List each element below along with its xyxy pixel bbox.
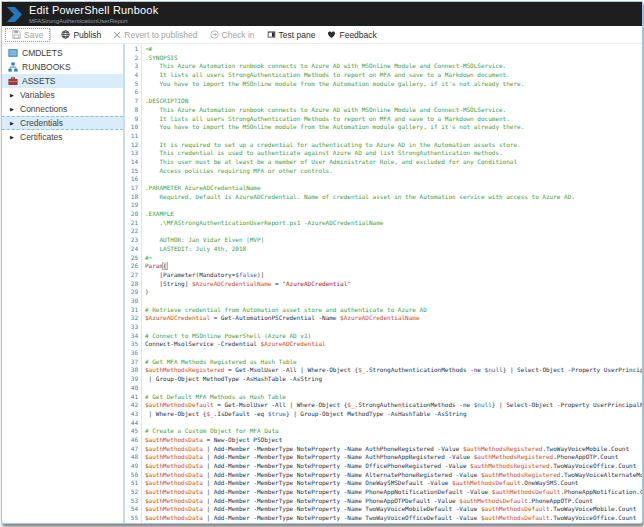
line-number: 27 <box>125 271 142 280</box>
sidebar-item-cmdlets[interactable]: CMDLETS <box>2 46 123 60</box>
line-number: 46 <box>125 436 142 445</box>
line-number: 39 <box>125 375 142 384</box>
line-number: 32 <box>125 314 142 323</box>
code-line: 4 It lists all users StrongAuthenticatio… <box>125 71 642 80</box>
page-title: Edit PowerShell Runbook <box>29 5 158 16</box>
expand-chevron-icon[interactable]: ▶ <box>10 120 16 126</box>
sidebar-item-label: ASSETS <box>22 76 56 86</box>
code-line: 50$authMethodsData | Add-Member -MemberT… <box>125 471 642 480</box>
sidebar-item-credentials[interactable]: ▶Credentials <box>2 116 123 130</box>
feedback-button[interactable]: Feedback <box>321 29 382 41</box>
code-text: $authMethodsData | Add-Member -MemberTyp… <box>142 505 642 514</box>
line-number: 54 <box>125 505 142 514</box>
code-text: $authMethodsData | Add-Member -MemberTyp… <box>142 497 642 506</box>
publish-button[interactable]: Publish <box>55 29 107 41</box>
line-number: 12 <box>125 141 142 150</box>
line-number: 28 <box>125 280 142 289</box>
line-number: 29 <box>125 288 142 297</box>
code-line: 30 <box>125 297 642 306</box>
code-line: 29) <box>125 288 642 297</box>
code-text: .DESCRIPTION <box>142 97 642 106</box>
code-text: | Where-Object {$_.IsDefault -eq $true} … <box>142 410 642 419</box>
code-line: 11 <box>125 132 642 141</box>
line-number: 11 <box>125 132 142 141</box>
save-icon <box>12 30 21 39</box>
code-line: 27 [Parameter(Mandatory=$false)] <box>125 271 642 280</box>
expand-chevron-icon[interactable]: ▶ <box>10 106 16 112</box>
sidebar-item-variables[interactable]: ▶Variables <box>2 88 123 102</box>
code-line: 7.DESCRIPTION <box>125 97 642 106</box>
code-text: $authMethodsData | Add-Member -MemberTyp… <box>142 471 642 480</box>
code-line: 43 | Where-Object {$_.IsDefault -eq $tru… <box>125 410 642 419</box>
line-number: 31 <box>125 306 142 315</box>
line-number: 43 <box>125 410 142 419</box>
code-text: ) <box>142 288 642 297</box>
line-number: 23 <box>125 236 142 245</box>
code-line: 23 AUTHOR: Jan Vidar Elven [MVP] <box>125 236 642 245</box>
code-line: 31# Retrieve credential from Automation … <box>125 306 642 315</box>
line-number: 44 <box>125 419 142 428</box>
line-number: 14 <box>125 158 142 167</box>
revert-to-published-button[interactable]: Revert to published <box>107 29 203 41</box>
line-number: 51 <box>125 479 142 488</box>
check-in-button[interactable]: Check in <box>204 29 261 41</box>
save-button[interactable]: Save <box>6 29 49 41</box>
line-number: 47 <box>125 445 142 454</box>
code-text <box>142 88 642 97</box>
feedback-icon <box>327 30 336 39</box>
assets-icon <box>7 76 18 86</box>
code-line: 33 <box>125 323 642 332</box>
code-line: 53$authMethodsData | Add-Member -MemberT… <box>125 497 642 506</box>
line-number: 52 <box>125 488 142 497</box>
button-label: Publish <box>73 30 101 40</box>
code-line: 54$authMethodsData | Add-Member -MemberT… <box>125 505 642 514</box>
code-line: 15 Access policies requiring MFA or othe… <box>125 167 642 176</box>
code-text: $authMethodsData | Add-Member -MemberTyp… <box>142 488 642 497</box>
code-line: 41# Get Default MFA Methods as Hash Tabl… <box>125 393 642 402</box>
code-text: $authMethodsData | Add-Member -MemberTyp… <box>142 479 642 488</box>
code-text: This user must be at least be a member o… <box>142 158 642 167</box>
code-line: 6 <box>125 88 642 97</box>
line-number: 13 <box>125 149 142 158</box>
code-text: <# <box>142 45 642 54</box>
code-line: 38$authMethodsRegistered = Get-MsolUser … <box>125 366 642 375</box>
code-line: 3 This Azure Automation runbook connects… <box>125 62 642 71</box>
code-text: $authMethodsDefault = Get-MsolUser -All … <box>142 401 642 410</box>
button-label: Test pane <box>279 30 316 40</box>
code-line: 13 This credential is used to authentica… <box>125 149 642 158</box>
sidebar-item-connections[interactable]: ▶Connections <box>2 102 123 116</box>
sidebar-item-runbooks[interactable]: RUNBOOKS <box>2 60 123 74</box>
line-number: 55 <box>125 514 142 523</box>
code-line: 10 You have to import the MSOnline modul… <box>125 123 642 132</box>
code-editor[interactable]: 1<#2.SYNOPSIS3 This Azure Automation run… <box>125 44 642 523</box>
code-text: #> <box>142 254 642 263</box>
code-text: $authMethodsRegistered = Get-MsolUser -A… <box>142 366 642 375</box>
cmdlets-icon <box>7 48 18 58</box>
button-label: Check in <box>222 30 255 40</box>
line-number: 16 <box>125 175 142 184</box>
title-bar: Edit PowerShell Runbook MFAStrongAuthent… <box>2 2 642 26</box>
expand-chevron-icon[interactable]: ▶ <box>10 92 16 98</box>
button-label: Save <box>24 30 43 40</box>
code-line: 42$authMethodsDefault = Get-MsolUser -Al… <box>125 401 642 410</box>
expand-chevron-icon[interactable]: ▶ <box>10 134 16 140</box>
publish-icon <box>61 30 70 39</box>
code-text: You have to import the MSOnline module f… <box>142 123 642 132</box>
sidebar-item-label: Connections <box>20 104 67 114</box>
code-line: 12 It is required to set up a credential… <box>125 141 642 150</box>
sidebar-item-label: Credentials <box>20 118 63 128</box>
code-line: 32$AzureADCredential = Get-AutomationPSC… <box>125 314 642 323</box>
test-pane-button[interactable]: Test pane <box>261 29 322 41</box>
code-text: This credential is used to authenticate … <box>142 149 642 158</box>
code-text: # Get MFA Methods Registered as Hash Tab… <box>142 358 642 367</box>
code-line: 55$authMethodsData | Add-Member -MemberT… <box>125 514 642 523</box>
line-number: 7 <box>125 97 142 106</box>
code-line: 52$authMethodsData | Add-Member -MemberT… <box>125 488 642 497</box>
button-label: Revert to published <box>124 30 197 40</box>
code-text: # Retrieve credential from Automation as… <box>142 306 642 315</box>
sidebar-item-certificates[interactable]: ▶Certificates <box>2 130 123 144</box>
sidebar-item-label: Variables <box>20 90 55 100</box>
code-text: It lists all users StrongAuthentication … <box>142 115 642 124</box>
sidebar-item-assets[interactable]: ASSETS <box>2 74 123 88</box>
line-number: 17 <box>125 184 142 193</box>
